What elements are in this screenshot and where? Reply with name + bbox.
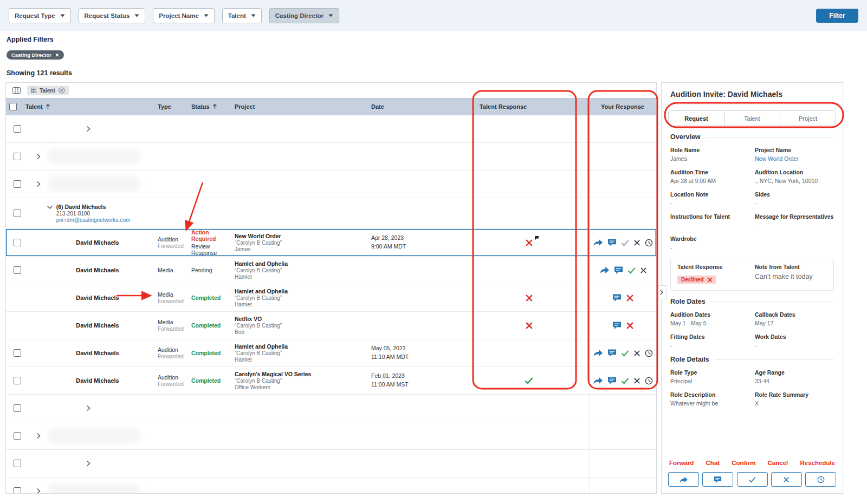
chevron-right-icon[interactable] [36, 488, 41, 494]
confirm-action-icon[interactable] [621, 239, 629, 246]
panel-collapse-handle[interactable] [657, 285, 667, 299]
select-all-checkbox[interactable] [9, 103, 17, 110]
row-checkbox[interactable] [14, 487, 21, 494]
confirm-action-icon[interactable] [627, 267, 636, 274]
date-line2: 9:00 AM MDT [371, 243, 469, 251]
reschedule-button[interactable] [805, 472, 836, 487]
table-row-collapsed[interactable] [6, 450, 656, 477]
reschedule-action-icon[interactable] [645, 377, 653, 385]
row-checkbox[interactable] [14, 239, 21, 246]
close-icon[interactable] [55, 53, 59, 57]
forward-action-icon[interactable] [593, 377, 603, 384]
table-row-collapsed[interactable] [6, 395, 656, 422]
cancel-action-icon[interactable] [633, 377, 640, 384]
chevron-right-icon[interactable] [36, 181, 41, 187]
forward-button[interactable] [668, 472, 699, 487]
chat-action-icon[interactable] [612, 321, 622, 330]
cancel-button[interactable] [771, 472, 802, 487]
chat-action-icon[interactable] [607, 376, 617, 385]
chevron-down-icon[interactable] [47, 205, 53, 210]
table-row-request[interactable]: David Michaels Media Forwarded Completed… [6, 284, 656, 312]
table-row-collapsed[interactable] [6, 422, 656, 450]
row-checkbox[interactable] [14, 210, 21, 217]
table-row-collapsed[interactable] [6, 477, 656, 494]
field-audition-dates: Audition DatesMay 1 - May 5 [670, 311, 749, 326]
chat-action-icon[interactable] [614, 266, 623, 274]
header-date[interactable]: Date [369, 99, 473, 115]
forward-action-icon[interactable] [593, 349, 603, 357]
forward-action-icon[interactable] [593, 239, 603, 246]
filter-button[interactable]: Filter [816, 9, 858, 23]
row-checkbox[interactable] [14, 377, 21, 384]
confirm-button[interactable] [737, 472, 768, 487]
row-checkbox[interactable] [14, 404, 21, 412]
row-checkbox[interactable] [14, 432, 21, 440]
header-talent[interactable]: Talent [25, 99, 156, 115]
grouping-chip-talent[interactable]: Talent [27, 86, 69, 95]
chevron-right-icon[interactable] [36, 433, 41, 439]
chevron-down-icon [134, 14, 139, 17]
chat-action-icon[interactable] [612, 293, 622, 302]
row-checkbox[interactable] [14, 180, 21, 188]
reschedule-action-icon[interactable] [645, 239, 653, 247]
status-label: Completed [191, 350, 228, 356]
reschedule-action-icon[interactable] [645, 349, 653, 357]
applied-filter-chip[interactable]: Casting Director [7, 50, 64, 60]
table-row-collapsed[interactable] [6, 115, 656, 143]
header-talent-response[interactable]: Talent Response [473, 99, 589, 115]
cancel-action-icon[interactable] [633, 350, 640, 357]
chevron-right-icon[interactable] [86, 460, 90, 467]
declined-x-icon [707, 277, 713, 283]
table-group-row-david-michaels[interactable]: (6) David Michaels 213-201-8100 pni+dm@c… [6, 198, 656, 229]
tab-request[interactable]: Request [669, 111, 724, 126]
request-type-dropdown[interactable]: Request Type [9, 8, 71, 23]
table-row-request[interactable]: David Michaels Audition Forwarded Action… [6, 229, 656, 257]
row-checkbox[interactable] [14, 349, 21, 357]
remove-grouping-icon[interactable] [59, 87, 65, 94]
chevron-right-icon[interactable] [86, 126, 90, 132]
table-row-collapsed[interactable] [6, 143, 656, 171]
cancel-action-icon[interactable] [626, 294, 634, 302]
cancel-action-icon[interactable] [640, 267, 647, 274]
cancel-action-icon[interactable] [633, 239, 640, 246]
table-header-row: Talent Type Status Project Date Talent R… [6, 98, 656, 115]
tab-project[interactable]: Project [780, 111, 836, 126]
talent-dropdown[interactable]: Talent [222, 8, 262, 23]
chevron-right-icon[interactable] [36, 153, 41, 160]
confirm-action-icon[interactable] [621, 350, 629, 357]
header-type[interactable]: Type [156, 99, 189, 115]
chat-button[interactable] [702, 472, 733, 487]
request-type: Audition [158, 374, 185, 381]
forward-action-icon[interactable] [599, 266, 610, 274]
group-talent-email[interactable]: pni+dm@castingnetworks.com [56, 217, 131, 223]
row-checkbox[interactable] [14, 266, 21, 274]
project-name-dropdown[interactable]: Project Name [153, 8, 215, 23]
requests-table: Talent Talent Type Status Project Date T… [5, 82, 657, 494]
table-view-icon[interactable] [12, 87, 21, 94]
casting-director-dropdown[interactable]: Casting Director [269, 8, 339, 23]
chat-action-icon[interactable] [607, 238, 617, 247]
header-project[interactable]: Project [232, 99, 369, 115]
confirm-action-icon[interactable] [621, 377, 629, 384]
table-row-collapsed[interactable] [6, 171, 656, 198]
row-checkbox[interactable] [14, 153, 21, 160]
chevron-right-icon [660, 290, 663, 295]
request-status-dropdown[interactable]: Request Status [79, 8, 146, 23]
table-row-request[interactable]: David Michaels Audition Forwarded Comple… [6, 339, 656, 367]
tab-talent[interactable]: Talent [724, 111, 780, 126]
chevron-right-icon[interactable] [86, 405, 90, 411]
table-row-request[interactable]: David Michaels Media Forwarded Completed… [6, 312, 656, 339]
header-status[interactable]: Status [189, 99, 232, 115]
project-name: Hamlet and Ophelia [235, 343, 365, 350]
table-row-request[interactable]: David Michaels Media Pending Hamlet and … [6, 257, 656, 284]
declined-x-icon [525, 322, 533, 330]
row-checkbox[interactable] [14, 125, 21, 133]
redacted-name [47, 428, 140, 443]
row-checkbox[interactable] [14, 460, 21, 467]
project-link[interactable]: New World Order [755, 155, 834, 162]
request-type: Media [158, 291, 185, 298]
cancel-action-icon[interactable] [626, 322, 634, 330]
chat-action-icon[interactable] [607, 349, 617, 357]
table-row-request[interactable]: David Michaels Audition Forwarded Comple… [6, 367, 656, 395]
header-your-response[interactable]: Your Response [589, 99, 656, 115]
